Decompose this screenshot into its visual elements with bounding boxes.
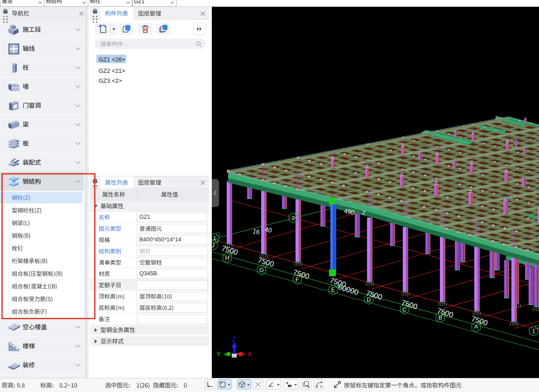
svg-text:G: G bbox=[259, 266, 264, 273]
svg-text:2: 2 bbox=[291, 215, 295, 222]
svg-text:Y: Y bbox=[217, 350, 221, 358]
svg-text:Z: Z bbox=[232, 335, 236, 343]
svg-text:16: 16 bbox=[252, 227, 261, 236]
svg-text:490: 490 bbox=[343, 207, 355, 216]
svg-text:E: E bbox=[331, 286, 335, 293]
svg-text:7500: 7500 bbox=[292, 268, 310, 280]
svg-text:40: 40 bbox=[264, 226, 273, 234]
svg-text:H: H bbox=[225, 255, 229, 261]
svg-text:X: X bbox=[248, 350, 252, 358]
svg-text:J: J bbox=[212, 242, 215, 249]
svg-text:1: 1 bbox=[532, 328, 535, 335]
